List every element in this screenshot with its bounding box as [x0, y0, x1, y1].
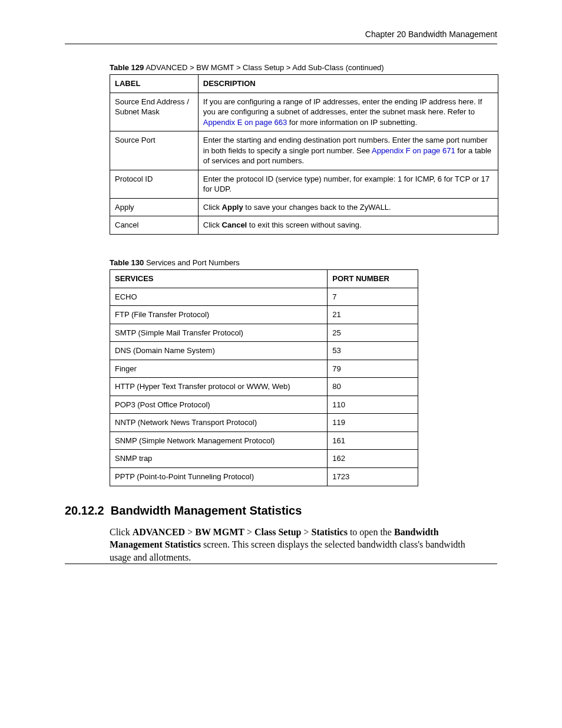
table-row: Apply Click Apply to save your changes b…: [110, 198, 498, 216]
table-129-caption: Table 129 ADVANCED > BW MGMT > Class Set…: [110, 63, 497, 72]
cell-service: ECHO: [110, 288, 328, 306]
para-text: Click: [110, 527, 133, 537]
appendix-link[interactable]: Appendix E on page 663: [203, 118, 287, 127]
page-header: Chapter 20 Bandwidth Management: [65, 29, 497, 39]
cell-service: POP3 (Post Office Protocol): [110, 396, 328, 414]
desc-text: If you are configuring a range of IP add…: [203, 97, 482, 117]
cell-label: Apply: [110, 198, 199, 216]
table-130: SERVICES PORT NUMBER ECHO7FTP (File Tran…: [110, 269, 418, 486]
table-row: SNMP trap162: [110, 450, 418, 468]
cell-service: DNS (Domain Name System): [110, 342, 328, 360]
section-number: 20.12.2: [65, 504, 104, 517]
desc-text: Click: [203, 220, 222, 229]
table-row: FTP (File Transfer Protocol)21: [110, 306, 418, 324]
cell-service: Finger: [110, 360, 328, 378]
desc-text: for more information on IP subnetting.: [287, 118, 417, 127]
cell-port: 119: [328, 414, 418, 432]
para-text: >: [244, 527, 254, 537]
para-text: >: [185, 527, 195, 537]
cell-desc: Click Apply to save your changes back to…: [198, 198, 498, 216]
table-row: PPTP (Point-to-Point Tunneling Protocol)…: [110, 468, 418, 486]
table-row: SNMP (Simple Network Management Protocol…: [110, 431, 418, 450]
table-129: LABEL DESCRIPTION Source End Address / S…: [110, 74, 498, 235]
table-row: POP3 (Post Office Protocol)110: [110, 396, 418, 414]
cell-label: Source Port: [110, 131, 199, 170]
para-bold: ADVANCED: [133, 527, 186, 537]
table-130-caption-bold: Table 130: [110, 258, 144, 267]
cell-label: Cancel: [110, 216, 199, 235]
cell-port: 80: [328, 378, 418, 396]
cell-service: HTTP (Hyper Text Transfer protocol or WW…: [110, 378, 328, 396]
cell-port: 161: [328, 431, 418, 450]
section-title: Bandwidth Management Statistics: [111, 504, 302, 517]
table-129-header-label: LABEL: [110, 75, 199, 93]
desc-bold: Cancel: [222, 220, 247, 229]
table-row: Source End Address / Subnet Mask If you …: [110, 93, 498, 131]
table-row: SMTP (Simple Mail Transfer Protocol)25: [110, 324, 418, 342]
cell-service: SMTP (Simple Mail Transfer Protocol): [110, 324, 328, 342]
footer-rule: [65, 564, 497, 564]
para-bold: Statistics: [312, 527, 348, 537]
desc-text: to exit this screen without saving.: [247, 220, 361, 229]
table-130-header-port: PORT NUMBER: [328, 270, 418, 288]
cell-port: 79: [328, 360, 418, 378]
table-129-caption-bold: Table 129: [110, 63, 144, 72]
cell-service: NNTP (Network News Transport Protocol): [110, 414, 328, 432]
para-bold: Class Setup: [254, 527, 302, 537]
table-130-header-services: SERVICES: [110, 270, 328, 288]
cell-port: 1723: [328, 468, 418, 486]
table-row: Cancel Click Cancel to exit this screen …: [110, 216, 498, 235]
cell-desc: If you are configuring a range of IP add…: [198, 93, 498, 131]
cell-port: 25: [328, 324, 418, 342]
cell-desc: Enter the protocol ID (service type) num…: [198, 170, 498, 198]
cell-label: Protocol ID: [110, 170, 199, 198]
table-129-caption-text: ADVANCED > BW MGMT > Class Setup > Add S…: [144, 63, 384, 72]
cell-desc: Enter the starting and ending destinatio…: [198, 131, 498, 170]
cell-label: Source End Address / Subnet Mask: [110, 93, 199, 131]
table-row: DNS (Domain Name System)53: [110, 342, 418, 360]
section-paragraph: Click ADVANCED > BW MGMT > Class Setup >…: [110, 526, 480, 564]
desc-text: Click: [203, 203, 222, 212]
table-129-header-description: DESCRIPTION: [198, 75, 498, 93]
para-bold: BW MGMT: [195, 527, 244, 537]
header-rule: [65, 44, 497, 44]
table-row: Protocol ID Enter the protocol ID (servi…: [110, 170, 498, 198]
table-130-caption-text: Services and Port Numbers: [144, 258, 240, 267]
section-heading: 20.12.2 Bandwidth Management Statistics: [65, 504, 497, 518]
cell-service: PPTP (Point-to-Point Tunneling Protocol): [110, 468, 328, 486]
table-row: NNTP (Network News Transport Protocol)11…: [110, 414, 418, 432]
cell-port: 162: [328, 450, 418, 468]
cell-port: 53: [328, 342, 418, 360]
cell-port: 7: [328, 288, 418, 306]
table-row: Finger79: [110, 360, 418, 378]
table-row: HTTP (Hyper Text Transfer protocol or WW…: [110, 378, 418, 396]
para-text: >: [302, 527, 312, 537]
desc-bold: Apply: [222, 203, 243, 212]
para-text: to open the: [348, 527, 394, 537]
desc-text: to save your changes back to the ZyWALL.: [243, 203, 391, 212]
cell-service: FTP (File Transfer Protocol): [110, 306, 328, 324]
cell-port: 110: [328, 396, 418, 414]
cell-desc: Click Cancel to exit this screen without…: [198, 216, 498, 235]
cell-service: SNMP (Simple Network Management Protocol…: [110, 431, 328, 450]
table-130-caption: Table 130 Services and Port Numbers: [110, 258, 497, 267]
cell-service: SNMP trap: [110, 450, 328, 468]
cell-port: 21: [328, 306, 418, 324]
table-row: ECHO7: [110, 288, 418, 306]
appendix-link[interactable]: Appendix F on page 671: [372, 146, 455, 155]
table-row: Source Port Enter the starting and endin…: [110, 131, 498, 170]
